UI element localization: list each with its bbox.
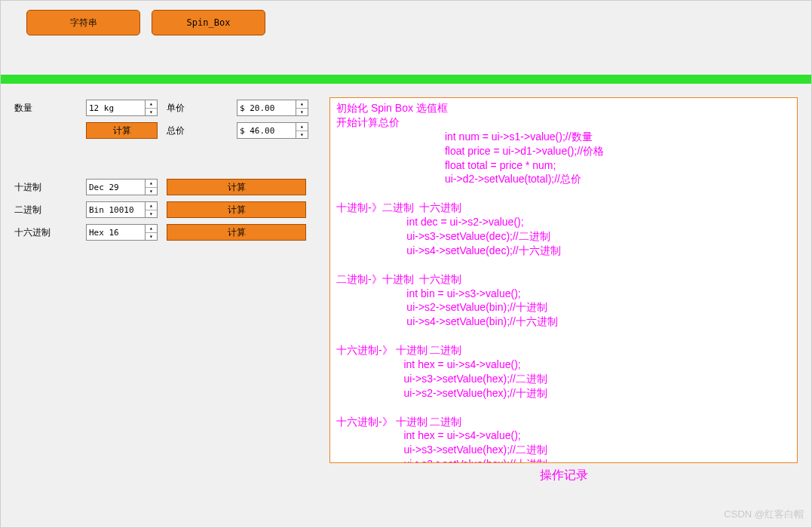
bin-calc-button[interactable]: 计算 (167, 201, 306, 218)
watermark-text: CSDN @红客白帽 (724, 508, 804, 521)
bin-value: Bin 10010 (87, 205, 145, 215)
arrow-down-icon[interactable]: ▾ (146, 109, 157, 116)
separator-bar (1, 75, 811, 84)
arrow-down-icon[interactable]: ▾ (146, 233, 157, 241)
quantity-label: 数量 (14, 102, 86, 115)
left-panel: 数量 12 kg ▴▾ 单价 $ 20.00 ▴▾ 计算 总价 $ 46.00 … (14, 97, 316, 483)
arrow-down-icon[interactable]: ▾ (146, 188, 157, 195)
arrow-up-icon[interactable]: ▴ (146, 100, 157, 109)
log-footer-label: 操作记录 (329, 463, 798, 483)
hex-spinbox[interactable]: Hex 16 ▴▾ (86, 224, 158, 241)
dec-label: 十进制 (14, 181, 86, 194)
unitprice-label: 单价 (158, 102, 237, 115)
arrow-down-icon[interactable]: ▾ (146, 210, 157, 218)
bin-spinbox[interactable]: Bin 10010 ▴▾ (86, 201, 158, 218)
arrow-up-icon[interactable]: ▴ (296, 100, 308, 109)
app-window: 字符串 Spin_Box 数量 12 kg ▴▾ 单价 $ 20.00 ▴▾ 计… (0, 0, 812, 528)
spin-arrows[interactable]: ▴▾ (296, 123, 308, 138)
string-button[interactable]: 字符串 (26, 10, 140, 35)
spin-arrows[interactable]: ▴▾ (296, 100, 308, 115)
spinbox-button[interactable]: Spin_Box (152, 10, 265, 35)
quantity-value: 12 kg (87, 103, 145, 113)
spin-arrows[interactable]: ▴▾ (145, 202, 157, 217)
dec-value: Dec 29 (87, 183, 145, 192)
totalprice-spinbox[interactable]: $ 46.00 ▴▾ (237, 122, 308, 139)
spin-arrows[interactable]: ▴▾ (145, 180, 157, 195)
spin-arrows[interactable]: ▴▾ (145, 225, 157, 240)
dec-spinbox[interactable]: Dec 29 ▴▾ (86, 179, 158, 195)
content-area: 数量 12 kg ▴▾ 单价 $ 20.00 ▴▾ 计算 总价 $ 46.00 … (1, 84, 811, 497)
unitprice-value: $ 20.00 (237, 103, 296, 113)
quantity-spinbox[interactable]: 12 kg ▴▾ (86, 100, 158, 116)
arrow-down-icon[interactable]: ▾ (296, 109, 308, 116)
calc-total-button[interactable]: 计算 (86, 122, 158, 139)
unitprice-spinbox[interactable]: $ 20.00 ▴▾ (237, 100, 308, 116)
hex-label: 十六进制 (14, 226, 86, 239)
log-textarea[interactable]: 初始化 Spin Box 选值框 开始计算总价 int num = ui->s1… (329, 97, 798, 463)
right-panel: 初始化 Spin Box 选值框 开始计算总价 int num = ui->s1… (329, 97, 798, 483)
arrow-up-icon[interactable]: ▴ (296, 123, 308, 131)
totalprice-value: $ 46.00 (237, 126, 296, 136)
totalprice-label: 总价 (158, 124, 237, 137)
dec-calc-button[interactable]: 计算 (167, 179, 306, 195)
bin-label: 二进制 (14, 204, 86, 216)
spin-arrows[interactable]: ▴▾ (145, 100, 157, 115)
hex-value: Hex 16 (87, 228, 145, 238)
arrow-up-icon[interactable]: ▴ (146, 202, 157, 210)
arrow-up-icon[interactable]: ▴ (146, 180, 157, 188)
hex-calc-button[interactable]: 计算 (167, 224, 306, 241)
arrow-up-icon[interactable]: ▴ (146, 225, 157, 233)
arrow-down-icon[interactable]: ▾ (296, 131, 308, 139)
top-button-row: 字符串 Spin_Box (1, 1, 811, 45)
